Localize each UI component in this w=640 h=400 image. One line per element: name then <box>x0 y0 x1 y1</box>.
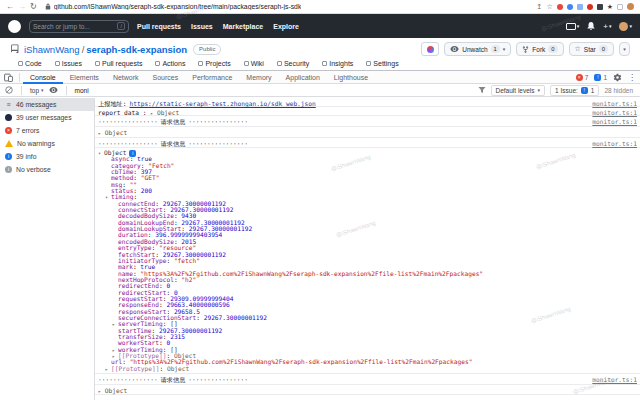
repo-tab-actions[interactable]: Actions <box>155 60 185 67</box>
repo-actions: Unwatch 1 ▾ Fork 0 ☆ Star 0 ▾ <box>421 42 630 56</box>
console-tree-line[interactable]: ▸ [[Prototype]]: Object <box>95 366 640 372</box>
extension-icon[interactable] <box>567 4 573 10</box>
object-preview[interactable]: Object <box>105 129 127 136</box>
extension-icon[interactable]: ★ <box>607 3 613 11</box>
devtools-tab-application[interactable]: Application <box>279 71 327 84</box>
object-preview[interactable]: Object <box>105 387 127 394</box>
user-menu[interactable]: ▾ <box>619 22 632 31</box>
issues-icon: ! <box>581 87 588 94</box>
gh-nav-explore[interactable]: Explore <box>273 23 299 30</box>
clear-console-icon[interactable] <box>5 86 13 94</box>
console-filter-user[interactable]: 39 user messages <box>0 111 94 124</box>
projects-icon <box>198 61 203 66</box>
settings-gear-icon[interactable] <box>613 73 622 82</box>
fork-button[interactable]: Fork 0 <box>516 42 563 56</box>
repo-tab-settings[interactable]: Settings <box>366 60 398 67</box>
unwatch-button[interactable]: Unwatch 1 ▾ <box>444 42 511 56</box>
expand-arrow-icon[interactable]: ▸ <box>98 388 101 394</box>
issue-counter[interactable]: ! 1 <box>594 74 607 81</box>
error-count: 7 <box>585 74 589 81</box>
star-dropdown-button[interactable]: ▾ <box>619 42 630 56</box>
levels-label: Default levels <box>496 87 535 94</box>
browser-profile-avatar[interactable] <box>627 3 634 10</box>
repo-title: iShawnWang/seraph-sdk-expansion <box>24 44 187 55</box>
back-icon[interactable]: ← <box>6 0 14 14</box>
extension-icon[interactable] <box>577 4 583 10</box>
devtools-tab-console[interactable]: Console <box>23 71 63 84</box>
extension-icon[interactable] <box>557 4 563 10</box>
filter-funnel-icon[interactable] <box>478 86 486 94</box>
wiki-icon <box>244 61 249 66</box>
eye-icon <box>450 46 459 52</box>
search-input[interactable]: Search or jump to... / <box>29 20 129 33</box>
extension-icon[interactable] <box>587 4 593 10</box>
issues-link[interactable]: 1 Issue: ! 1 <box>550 85 599 96</box>
gh-nav-issues[interactable]: Issues <box>191 23 213 30</box>
issues-icon <box>55 61 60 66</box>
error-counter[interactable]: × 7 <box>576 74 589 81</box>
repo-tab-issues[interactable]: Issues <box>55 60 82 67</box>
console-filter-error[interactable]: ×7 errors <box>0 124 94 137</box>
source-link[interactable]: monitor.ts:1 <box>592 109 637 116</box>
slash-shortcut-key: / <box>117 22 125 30</box>
gh-nav-marketplace[interactable]: Marketplace <box>223 23 263 30</box>
live-expression-eye-icon[interactable] <box>49 87 58 93</box>
repo-tab-code[interactable]: Code <box>18 60 42 67</box>
apps-menu[interactable]: ▾ <box>566 23 580 30</box>
source-link[interactable]: monitor.ts:1 <box>592 376 637 383</box>
create-new-menu[interactable]: +▾ <box>603 22 611 31</box>
star-button[interactable]: ☆ Star 0 <box>569 42 614 56</box>
share-icon[interactable]: ↥ <box>537 3 543 11</box>
kebab-menu-icon[interactable]: ⋮ <box>628 73 636 82</box>
issues-count: 1 <box>591 87 595 94</box>
source-link[interactable]: monitor.ts:1 <box>592 118 637 125</box>
console-filter-list[interactable]: ≡46 messages <box>0 98 94 111</box>
repo-tab-projects[interactable]: Projects <box>198 60 230 67</box>
devtools-tab-elements[interactable]: Elements <box>63 71 106 84</box>
devtools-tabbar-right: × 7 ! 1 ⋮ <box>576 73 636 82</box>
repo-tab-security[interactable]: Security <box>277 60 309 67</box>
source-link[interactable]: monitor.ts:1 <box>592 140 637 147</box>
security-icon <box>277 61 282 66</box>
repo-tab-pull-requests[interactable]: Pull requests <box>95 60 142 67</box>
object-preview[interactable]: Object <box>157 109 179 116</box>
extension-icon[interactable] <box>597 4 603 10</box>
gh-nav-pull-requests[interactable]: Pull requests <box>137 23 181 30</box>
devtools-tab-lighthouse[interactable]: Lighthouse <box>327 71 375 84</box>
repo-book-icon <box>10 44 19 54</box>
device-toolbar-icon[interactable] <box>4 73 13 82</box>
console-filter-warn[interactable]: No warnings <box>0 137 94 150</box>
log-label: report data : <box>98 109 146 116</box>
expand-arrow-icon[interactable]: ▸ <box>98 130 101 136</box>
devtools-tab-memory[interactable]: Memory <box>239 71 278 84</box>
source-link[interactable]: monitor.ts:1 <box>592 100 637 107</box>
list-icon: ≡ <box>5 101 12 108</box>
filter-input[interactable]: moni <box>75 87 473 94</box>
star-count: 0 <box>599 45 608 53</box>
devtools-tab-performance[interactable]: Performance <box>185 71 239 84</box>
info-icon: i <box>5 153 12 160</box>
repo-tab-wiki[interactable]: Wiki <box>244 60 264 67</box>
address-url[interactable]: github.com/iShawnWang/seraph-sdk-expansi… <box>54 3 302 10</box>
log-levels-dropdown[interactable]: Default levels ▾ <box>491 85 546 96</box>
visibility-badge: Public <box>193 44 221 55</box>
bookmark-star-icon[interactable]: ☆ <box>546 3 552 11</box>
log-url-link[interactable]: https://static-seraph-test.zhongan.io/sd… <box>129 100 315 107</box>
github-logo-icon[interactable] <box>8 20 21 33</box>
extension-icon[interactable] <box>617 4 623 10</box>
console-filter-info[interactable]: i39 info <box>0 150 94 163</box>
console-body: ≡46 messages39 user messages×7 errorsNo … <box>0 98 640 400</box>
address-bar[interactable]: github.com/iShawnWang/seraph-sdk-expansi… <box>45 3 533 10</box>
devtools-tab-sources[interactable]: Sources <box>146 71 186 84</box>
reload-icon[interactable]: ↻ <box>30 0 37 14</box>
hidden-messages-label: 28 hidden <box>604 87 635 94</box>
repo-owner-link[interactable]: iShawnWang <box>24 44 80 55</box>
context-selector[interactable]: top ▾ <box>30 87 44 94</box>
console-filter-verbose[interactable]: iNo verbose <box>0 163 94 176</box>
devtools-tab-network[interactable]: Network <box>106 71 146 84</box>
repo-tab-insights[interactable]: Insights <box>322 60 353 67</box>
extension-button[interactable] <box>421 42 439 56</box>
repo-name-link[interactable]: seraph-sdk-expansion <box>86 44 187 55</box>
forward-icon[interactable]: → <box>18 0 26 14</box>
notifications-bell-icon[interactable] <box>587 22 595 31</box>
